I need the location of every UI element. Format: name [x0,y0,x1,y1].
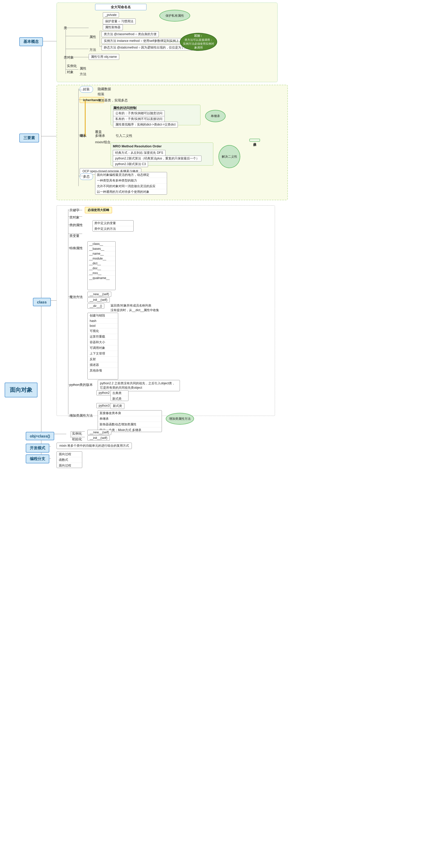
naming-title-box: 全大写命名名 [95,4,146,10]
new-box: __new__(self) [87,292,111,297]
mm-context: 上下文管理 [88,351,118,356]
poly-item-2: 一种类型具有多种类型的能力 [95,178,167,184]
dev-mode-desc: mixin 将多个类中的功能单元的进行组合的复用方式 [57,443,132,449]
obj-label: 对象 [67,70,74,74]
sa-qualname: __qualname__ [88,276,115,280]
attr-search-box: 属性查找顺序：实例的dict->类dict->父类dict [113,122,178,128]
py2-new: 新式类 [111,396,128,402]
magic-line [68,297,82,297]
mm-visual: 可视化 [88,328,118,334]
python2-box: python2 [96,390,112,395]
polymorphism-items-box: 面向对象编程最灵活的地方，动态绑定 一种类型具有多种类型的能力 允许不同的对象对… [95,172,167,195]
obj-attr-label: 属性 [80,66,86,71]
poly-item-1: 面向对象编程最灵活的地方，动态绑定 [95,172,167,178]
prog-branch-label: 编程分支 [26,455,49,463]
init-obj-box: __init__(self) [87,435,110,440]
mro-python3: python2.3新式算法 C3 [113,161,148,167]
class-method-box: 类方法 @classmethod ○ 类自身的方便 [102,31,159,37]
class-obj-label: 类对象 [64,55,74,60]
instantiate-label: 实例化 [72,431,82,436]
sa-module: __module__ [88,256,115,261]
class-obj-text: 类对象 [69,215,79,220]
instance-label: 实例化 [67,64,77,68]
init-line [71,437,85,437]
assembly-text: 组装 [98,92,104,96]
class-classobj-line [65,57,89,57]
add-item-1: 单继承 [98,416,162,422]
prog-branch-items-box: 面向过程 函数式 面向过程 [57,451,82,468]
python3-box: python3 [96,403,112,408]
sa-name: __name__ [88,251,115,256]
mm-callable: 可调用对象 [88,345,118,351]
must-camel-box: 必须使用大驼峰 [85,207,112,213]
public-access-box: 公有的：子类/实例都可以随意访问 [113,111,165,116]
main-vline [41,41,41,462]
mro-python2: python2.2新式算法（经典算法plus，重复的只保留最后一个） [113,156,201,161]
sa-doc: __doc__ [88,266,115,271]
encapsulation-tag: 封装 [80,86,93,93]
class-var-text: 类变量 [69,234,79,238]
mm-reflection: 反射 [88,356,118,362]
new-obj-box: __new__(self) [87,430,111,435]
kw-line [68,210,82,210]
dir-desc2: 没有提供时，从__dict__属性中收集 [111,308,159,312]
poly-item-3: 允许不同的对象对同一消息做出灵活的反应 [95,184,167,189]
private-access-box: 私有的：子类/实例不可以直接访问 [113,116,165,122]
dir-box: __dir__() [87,304,104,309]
pvivate-box: _pvivate [103,12,119,18]
class-attr-item1: 类中定义的变量 [93,220,134,226]
class-method-line [65,49,89,49]
distinction-oval: 区别： 类方法可以直接调用； 实例方法必须使用实例对象调用 [180,33,217,51]
classobj-line [68,216,82,217]
poly-item-4: 以一种通用的方式对待多个使用的对象 [95,189,167,195]
mm-create: 创建与销毁 [88,313,118,319]
multi-inherit-outer-label: 多继承 [249,138,260,142]
mm-other: 其他杂项 [88,368,118,373]
mm-descriptor: 描述器 [88,362,118,368]
add-class-attr-tag: 增加类属性方法 [166,413,194,425]
sa-mro: __mro__ [88,271,115,276]
multi-inherit-text: 多继承 [95,133,105,138]
method-distinction-arrow [165,41,180,42]
pb-item-1: 函数式 [57,457,82,463]
special-attrs-box: __class__ __bases__ __name__ __module__ … [87,241,116,290]
main-container: 基本概念 类 全大写命名名 _pvivate 保护变量 ○ 习惯用法 属性装饰器… [0,0,432,10]
class-section-vline [68,209,68,414]
add-class-attr-items-box: 直接修改类本身 单继承 装饰器函数动态增加类属性 定义一个类：Mixin方式 多… [98,410,162,432]
obj-class-label: obj=class() [26,432,54,440]
attr-decorator-box: 属性装饰器 [103,24,123,30]
sa-dict: __dict__ [88,261,115,266]
init-box: __init__(self) [87,297,110,303]
mro-container: MRO Method Resolution Order 经典方式：从左到右 深度… [111,143,213,165]
three-el-vline [78,89,79,186]
method-label: 方法 [89,48,96,52]
special-attrs-label: 特殊属性 [69,246,83,251]
resolve-ambiguity-oval: 解决二义性 [219,145,240,168]
specialattr-line [68,248,82,248]
mm-hash: hash [88,319,118,323]
protect-private-oval: 保护私有属性 [159,10,190,22]
methods-bracket [100,31,102,47]
main-to-three-line [41,136,57,136]
attr-label: 属性 [89,35,96,39]
python3-new-box: 新式类 [111,403,124,409]
python-version-desc: python2.2 之前类没有共同的祖先，之后引入object类，它是所有类的共… [98,380,180,391]
protect-var-box: 保护变量 ○ 习惯用法 [103,19,136,24]
instance-method-box: 实例方法 instance method ○ 使用self参数绑定到实例上 [102,38,181,44]
main-label: 面向对象 [5,382,37,397]
mixin-text: mixin/组合 [95,140,111,145]
magic-methods-label: 魔法方法 [69,295,83,299]
attr-ref-box: 属性引用 obj.name [89,54,119,60]
sa-bases: __bases__ [88,246,115,251]
sa-class: __class__ [88,242,115,246]
polymorphism-tag: 多态 [80,173,93,180]
class-label: class [33,298,51,306]
main-to-basic-line [41,41,57,41]
class-naming-line [65,28,89,28]
mro-classic: 经典方式：从左到右 深度优先 DFS [113,150,166,156]
py2-classic: 古典类 [111,391,128,396]
obj-method-label: 方法 [80,72,86,76]
add-item-0: 直接修改类本身 [98,410,162,416]
basic-concepts-label: 基本概念 [19,37,43,46]
init-label: 初始化 [72,437,82,441]
